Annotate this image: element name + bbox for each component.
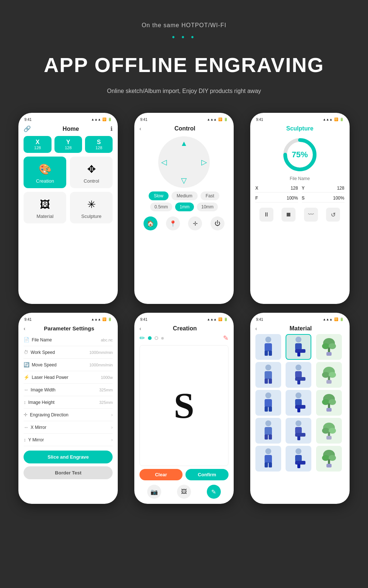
material-item-6[interactable]: [316, 362, 342, 388]
dpad-right-icon[interactable]: ▷: [201, 158, 207, 166]
person-stand-5: [259, 448, 277, 470]
sculpture-menu-item[interactable]: ✳ Sculpture: [70, 192, 113, 223]
link-icon[interactable]: 🔗: [24, 125, 31, 132]
s-label: S: [86, 139, 111, 146]
pause-icon[interactable]: ⏸: [259, 208, 273, 222]
dpad-down-icon[interactable]: ▽: [181, 176, 187, 185]
svg-point-39: [265, 420, 271, 426]
medium-button[interactable]: Medium: [171, 191, 198, 200]
step-10mm[interactable]: 10mm: [197, 202, 218, 211]
border-test-button[interactable]: Border Test: [24, 466, 113, 479]
home-ctrl-btn[interactable]: 🏠: [144, 216, 158, 230]
time: 9:41: [256, 118, 263, 122]
svg-rect-11: [328, 348, 330, 353]
material-item-11[interactable]: [286, 418, 311, 444]
setting-imgheight: ↕ Image Height 325mm: [24, 396, 113, 409]
slice-engrave-button[interactable]: Slice and Engrave: [24, 451, 113, 463]
setting-engravedir[interactable]: ✛ Engraving Direction ›: [24, 409, 113, 421]
material-item-9[interactable]: [316, 390, 342, 416]
material-item-15[interactable]: [316, 446, 342, 472]
phone-control: 9:41 ▲▲▲ 🛜 🔋 ‹ Control ▲ ▽ ◁ ▷: [131, 113, 238, 304]
material-icon: 🖼: [40, 198, 50, 211]
s-button[interactable]: S 128: [85, 136, 113, 153]
edit-tool-icon[interactable]: ✎: [223, 334, 229, 342]
dot-large[interactable]: [148, 336, 152, 340]
setting-xmirror[interactable]: ↔ X Mirror ›: [24, 421, 113, 434]
material-item-3[interactable]: [316, 334, 342, 360]
step-1mm[interactable]: 1mm: [175, 202, 194, 211]
phones-grid: 9:41 ▲▲▲ 🛜 🔋 🔗 Home ℹ X 128: [15, 113, 353, 504]
dpad-left-icon[interactable]: ◁: [161, 158, 167, 166]
material-menu-item[interactable]: 🖼 Material: [24, 192, 66, 223]
confirm-button[interactable]: Confirm: [185, 469, 229, 480]
time: 9:41: [24, 318, 31, 322]
battery-icon: 🔋: [340, 118, 344, 121]
sculpture-title: Sculpture: [255, 125, 344, 132]
y-button[interactable]: Y 128: [54, 136, 82, 153]
control-menu-item[interactable]: ✥ Control: [70, 157, 113, 188]
control-title: Control: [141, 125, 229, 132]
svg-rect-20: [297, 380, 300, 384]
creation-icon: 🎨: [39, 163, 52, 175]
material-item-4[interactable]: [255, 362, 281, 388]
dot-medium[interactable]: [155, 336, 158, 340]
setting-ymirror-left: ↕ Y Mirror: [24, 437, 44, 442]
progress-ring: 75%: [282, 136, 318, 173]
creation-menu-item[interactable]: 🎨 Creation: [24, 157, 66, 188]
subtitle: Online sketch/Album import, Enjoy DIY pr…: [107, 88, 261, 94]
home-menu: 🎨 Creation ✥ Control 🖼 Material ✳ Sculpt…: [24, 157, 113, 223]
target-ctrl-btn[interactable]: ✛: [188, 216, 202, 230]
edit-bottom-icon[interactable]: ✎: [207, 485, 221, 499]
svg-rect-46: [297, 436, 300, 440]
reload-icon[interactable]: ↺: [326, 208, 340, 222]
material-title: Material: [257, 325, 344, 332]
setting-imgwidth: ↔ Image Width 325mm: [24, 384, 113, 396]
battery-icon: 🔋: [224, 118, 228, 121]
location-ctrl-btn[interactable]: 📍: [166, 216, 180, 230]
x-param-value: 128: [291, 186, 298, 191]
dots-decoration: • • •: [172, 32, 196, 42]
stop-icon[interactable]: ⏹: [282, 208, 296, 222]
material-item-7[interactable]: [255, 390, 281, 416]
svg-rect-7: [297, 352, 300, 356]
camera-bottom-icon[interactable]: 📷: [147, 485, 161, 499]
info-icon[interactable]: ℹ: [110, 125, 113, 132]
param-content: ‹ Parameter Settings 📄 File Name abc.nc …: [18, 324, 118, 504]
material-item-5[interactable]: [286, 362, 311, 388]
material-item-10[interactable]: [255, 418, 281, 444]
dot-small[interactable]: [161, 337, 164, 340]
material-item-14[interactable]: [286, 446, 311, 472]
material-item-8[interactable]: [286, 390, 311, 416]
setting-ymirror[interactable]: ↕ Y Mirror ›: [24, 434, 113, 446]
plant-4: [320, 420, 338, 442]
pencil-tool-icon[interactable]: ✏: [139, 334, 145, 342]
material-item-13[interactable]: [255, 446, 281, 472]
setting-movespeed-value: 1000mm/min: [89, 363, 113, 367]
x-button[interactable]: X 128: [24, 136, 51, 153]
slow-button[interactable]: Slow: [149, 191, 169, 200]
dpad-circle[interactable]: ▲ ▽ ◁ ▷: [158, 136, 210, 188]
setting-movespeed-label: Move Speed: [32, 362, 56, 368]
phone-sculpture-frame: 9:41 ▲▲▲ 🛜 🔋 Sculpture: [250, 113, 350, 304]
creation-canvas[interactable]: S: [139, 345, 229, 466]
phone-parameters: 9:41 ▲▲▲ 🛜 🔋 ‹ Parameter Settings 📄: [15, 313, 122, 504]
fast-button[interactable]: Fast: [201, 191, 219, 200]
power-ctrl-btn[interactable]: ⏻: [210, 216, 224, 230]
setting-ymirror-label: Y Mirror: [28, 437, 44, 442]
person-sit-2: [289, 364, 308, 386]
material-item-1[interactable]: [255, 334, 281, 360]
setting-imgwidth-label: Image Width: [31, 387, 55, 392]
svg-rect-12: [326, 352, 332, 356]
sculpture-content: Sculpture 75% File Name X 128: [250, 124, 350, 304]
sculpture-bottom: ⏸ ⏹ 〰 ↺: [255, 208, 344, 222]
step-05mm[interactable]: 0.5mm: [150, 202, 173, 211]
gallery-bottom-icon[interactable]: 🖼: [177, 485, 191, 499]
wave-icon[interactable]: 〰: [304, 208, 318, 222]
material-item-2[interactable]: [286, 334, 311, 360]
wifi-icon: 🛜: [218, 318, 222, 321]
material-item-12[interactable]: [316, 418, 342, 444]
params-grid: X 128 Y 128 F 100% S 100%: [255, 184, 344, 202]
ymirror-icon: ↕: [24, 437, 26, 442]
clear-button[interactable]: Clear: [139, 469, 183, 480]
dpad-up-icon[interactable]: ▲: [180, 139, 188, 148]
